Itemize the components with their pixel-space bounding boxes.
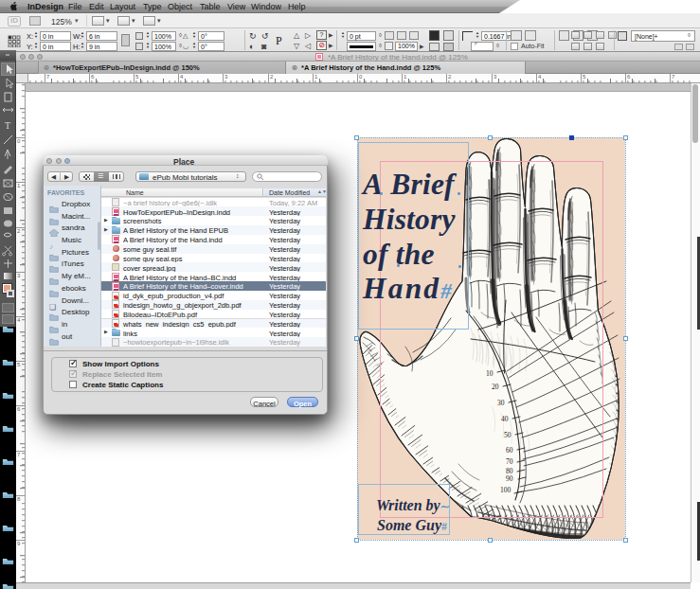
svg-text:T: T	[5, 120, 10, 131]
